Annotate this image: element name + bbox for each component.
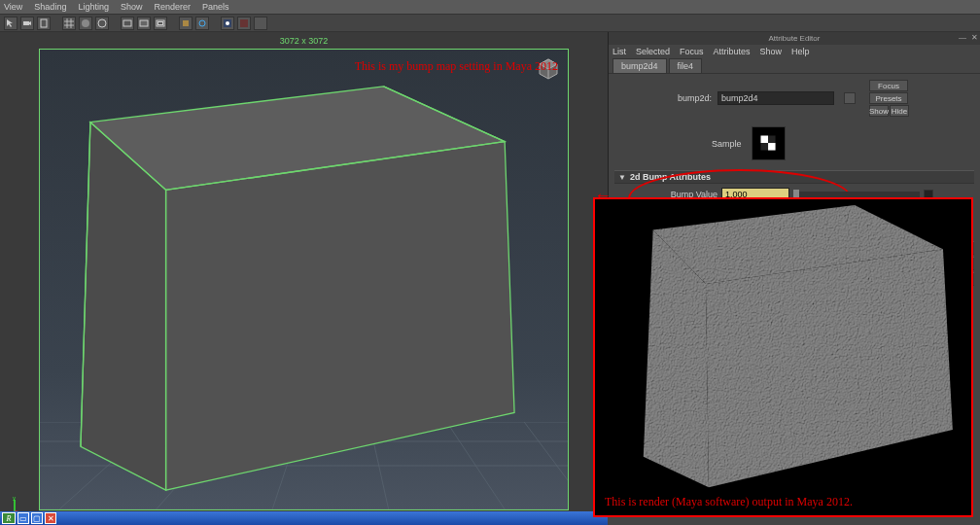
tool-isolate[interactable] <box>179 17 192 30</box>
task-maximize-icon[interactable]: ▢ <box>31 512 43 524</box>
viewport-panel: 3072 x 3072 This is my bump map setting … <box>0 32 608 511</box>
svg-rect-42 <box>760 135 768 143</box>
chevron-down-icon: ▼ <box>618 173 626 182</box>
annotation-bump-setting: This is my bump map setting in Maya 2012 <box>355 59 558 74</box>
viewport-cube[interactable] <box>40 50 568 509</box>
node-nav-icon[interactable] <box>844 92 856 104</box>
tool-xray[interactable] <box>195 17 209 30</box>
svg-rect-3 <box>41 19 47 27</box>
tool-select[interactable] <box>4 17 18 30</box>
svg-marker-0 <box>7 19 13 27</box>
attr-titlebar: Attribute Editor — ✕ <box>609 32 980 45</box>
close-icon[interactable]: ✕ <box>971 33 978 42</box>
attr-menu-attributes[interactable]: Attributes <box>714 47 751 56</box>
show-button[interactable]: Show <box>869 105 889 117</box>
tool-shade[interactable] <box>79 17 92 30</box>
menu-renderer[interactable]: Renderer <box>154 2 191 12</box>
focus-button[interactable]: Focus <box>869 80 908 91</box>
section-bump-header[interactable]: ▼ 2d Bump Attributes <box>614 170 974 184</box>
svg-rect-44 <box>760 143 768 151</box>
sample-label: Sample <box>712 139 742 149</box>
annotation-render-output: This is render (Maya software) output in… <box>605 495 853 509</box>
attr-menu-help[interactable]: Help <box>791 47 810 56</box>
menu-show[interactable]: Show <box>121 2 143 12</box>
svg-rect-14 <box>240 19 248 27</box>
svg-marker-2 <box>29 21 31 25</box>
tool-grid[interactable] <box>62 17 76 30</box>
render-output-inset: This is render (Maya software) output in… <box>593 197 973 517</box>
tab-bump2d4[interactable]: bump2d4 <box>612 58 667 73</box>
attr-menu-list[interactable]: List <box>612 47 626 56</box>
tool-resolution-gate[interactable] <box>121 17 134 30</box>
task-close-icon[interactable]: ✕ <box>45 512 56 524</box>
tab-row: bump2d4 file4 <box>609 58 980 74</box>
hide-button[interactable]: Hide <box>890 105 909 117</box>
tool-wireframe[interactable] <box>95 17 109 30</box>
svg-rect-43 <box>768 143 776 151</box>
render-cube <box>595 199 971 515</box>
tool-ipr[interactable] <box>237 17 251 30</box>
attr-menu-selected[interactable]: Selected <box>636 47 670 56</box>
svg-rect-7 <box>140 20 148 26</box>
minimize-icon[interactable]: — <box>959 33 966 42</box>
svg-point-4 <box>82 19 89 27</box>
svg-rect-6 <box>123 20 131 26</box>
svg-rect-15 <box>257 19 264 27</box>
node-name-input[interactable] <box>718 91 834 105</box>
start-button[interactable]: R <box>2 512 16 524</box>
attr-menu-focus[interactable]: Focus <box>680 47 704 56</box>
tool-gate-safe[interactable] <box>154 17 167 30</box>
tool-bookmark[interactable] <box>37 17 51 30</box>
svg-point-5 <box>98 19 106 27</box>
attr-menu-show[interactable]: Show <box>760 47 783 56</box>
sample-swatch[interactable] <box>752 126 786 160</box>
viewport-menubar: View Shading Lighting Show Renderer Pane… <box>0 0 980 15</box>
bump-value-slider[interactable] <box>793 192 920 197</box>
svg-point-11 <box>199 20 205 26</box>
presets-button[interactable]: Presets <box>869 92 908 104</box>
tool-gate-film[interactable] <box>137 17 151 30</box>
svg-text:y: y <box>13 497 16 501</box>
menu-shading[interactable]: Shading <box>34 2 66 12</box>
tool-flat[interactable] <box>254 17 267 30</box>
task-minimize-icon[interactable]: ▭ <box>18 512 29 524</box>
node-type-label: bump2d: <box>614 93 712 103</box>
taskbar: R ▭ ▢ ✕ <box>0 511 608 525</box>
svg-marker-31 <box>166 142 514 490</box>
attr-menubar: List Selected Focus Attributes Show Help <box>609 45 980 58</box>
menu-panels[interactable]: Panels <box>202 2 229 12</box>
resolution-label: 3072 x 3072 <box>280 36 329 46</box>
svg-point-13 <box>226 21 229 25</box>
menu-view[interactable]: View <box>4 2 22 12</box>
tool-camera[interactable] <box>20 17 34 30</box>
svg-rect-1 <box>23 21 29 25</box>
viewport-canvas[interactable]: This is my bump map setting in Maya 2012 <box>39 49 569 510</box>
svg-rect-45 <box>768 135 776 143</box>
menu-lighting[interactable]: Lighting <box>78 2 109 12</box>
attr-title: Attribute Editor <box>769 34 821 43</box>
tab-file4[interactable]: file4 <box>669 58 703 73</box>
tool-render[interactable] <box>221 17 234 30</box>
viewport-toolbar <box>0 15 980 32</box>
section-bump-title: 2d Bump Attributes <box>630 172 711 182</box>
svg-rect-9 <box>158 21 163 24</box>
svg-rect-10 <box>183 20 189 26</box>
